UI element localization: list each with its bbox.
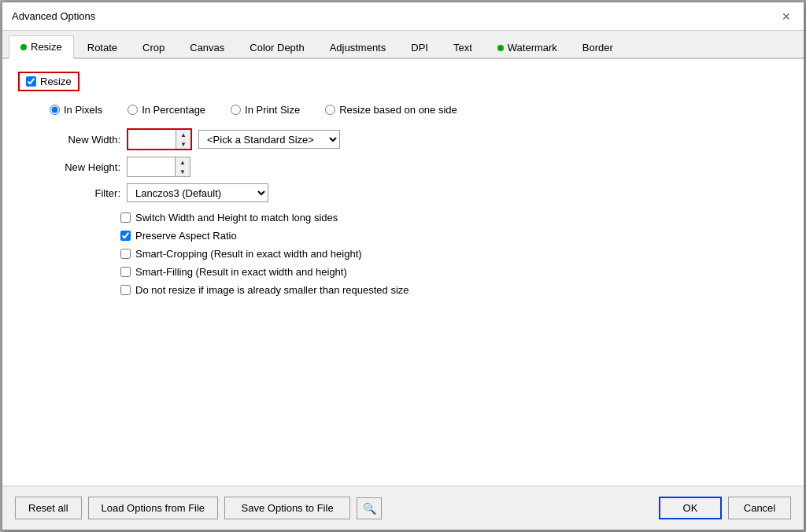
filter-row: Filter: Lanczos3 (Default)Nearest Neighb… — [50, 183, 788, 202]
checkbox-label-smart-filling: Smart-Filling (Result in exact width and… — [135, 266, 347, 278]
checkbox-row-no-resize-smaller: Do not resize if image is already smalle… — [120, 284, 788, 296]
tab-resize-dot — [20, 44, 27, 50]
checkbox-label-no-resize-smaller: Do not resize if image is already smalle… — [135, 284, 409, 296]
close-button[interactable]: ✕ — [778, 9, 794, 24]
tab-canvas[interactable]: Canvas — [178, 36, 236, 58]
radio-label-in-percentage: In Percentage — [142, 104, 205, 116]
tab-color-depth-label: Color Depth — [250, 42, 304, 54]
checkbox-label-switch-wh: Switch Width and Height to match long si… — [135, 212, 338, 224]
options-checkboxes: Switch Width and Height to match long si… — [120, 212, 788, 296]
dialog-title: Advanced Options — [12, 10, 95, 22]
radio-in-percentage: In Percentage — [128, 104, 205, 116]
tab-text[interactable]: Text — [442, 36, 484, 58]
width-spin-up[interactable]: ▲ — [176, 130, 190, 139]
tab-adjustments[interactable]: Adjustments — [318, 36, 398, 58]
tab-crop[interactable]: Crop — [131, 36, 176, 58]
checkbox-no-resize-smaller[interactable] — [120, 285, 131, 295]
tab-rotate-label: Rotate — [87, 42, 117, 54]
height-row: New Height: 600 ▲ ▼ — [50, 157, 788, 177]
radio-resize-one-side: Resize based on one side — [325, 104, 457, 116]
radio-label-resize-one-side: Resize based on one side — [339, 104, 457, 116]
tab-resize[interactable]: Resize — [9, 35, 74, 59]
save-options-button[interactable]: Save Options to File — [224, 497, 350, 519]
tab-crop-label: Crop — [142, 42, 165, 54]
tab-adjustments-label: Adjustments — [330, 42, 386, 54]
radio-label-in-pixels: In Pixels — [64, 104, 102, 116]
standard-size-dropdown[interactable]: <Pick a Standard Size>800x6001024x768128… — [198, 130, 340, 149]
resize-enable-label: Resize — [40, 76, 72, 87]
height-input-container: 600 ▲ ▼ — [127, 157, 190, 177]
tab-resize-label: Resize — [31, 41, 62, 53]
width-spin-buttons: ▲ ▼ — [176, 130, 190, 149]
tab-watermark-label: Watermark — [508, 42, 557, 54]
resize-enable-row: Resize — [18, 72, 788, 91]
radio-input-in-percentage[interactable] — [128, 105, 138, 115]
radio-input-in-pixels[interactable] — [50, 105, 60, 115]
filter-dropdown[interactable]: Lanczos3 (Default)Nearest NeighborBiline… — [127, 183, 268, 202]
height-spin-down[interactable]: ▼ — [176, 167, 190, 176]
dimension-fields: New Width: 1024 ▲ ▼ <Pick a Standard Siz… — [50, 128, 788, 177]
tab-rotate[interactable]: Rotate — [76, 36, 129, 58]
height-input[interactable]: 600 — [128, 159, 175, 175]
tab-bar: ResizeRotateCropCanvasColor DepthAdjustm… — [2, 31, 804, 59]
tab-dpi[interactable]: DPI — [399, 36, 440, 58]
tab-border[interactable]: Border — [571, 36, 625, 58]
dialog-footer: Reset all Load Options from File Save Op… — [2, 486, 804, 530]
tab-text-label: Text — [453, 42, 472, 54]
radio-in-print-size: In Print Size — [231, 104, 300, 116]
radio-label-in-print-size: In Print Size — [245, 104, 300, 116]
tab-content-resize: Resize In PixelsIn PercentageIn Print Si… — [2, 59, 804, 486]
filter-label: Filter: — [50, 187, 120, 199]
width-spin-down[interactable]: ▼ — [176, 139, 190, 149]
advanced-options-dialog: Advanced Options ✕ ResizeRotateCropCanva… — [2, 2, 804, 530]
load-options-button[interactable]: Load Options from File — [88, 497, 219, 519]
width-input[interactable]: 1024 — [128, 131, 176, 148]
tab-color-depth[interactable]: Color Depth — [238, 36, 316, 58]
height-spin-up[interactable]: ▲ — [176, 157, 190, 167]
checkbox-smart-filling[interactable] — [120, 267, 131, 277]
search-icon-button[interactable]: 🔍 — [357, 497, 382, 519]
search-icon: 🔍 — [363, 502, 376, 515]
title-bar: Advanced Options ✕ — [2, 2, 804, 31]
radio-options-row: In PixelsIn PercentageIn Print SizeResiz… — [50, 104, 788, 116]
checkbox-preserve-aspect[interactable] — [120, 231, 131, 241]
resize-enable-checkbox[interactable] — [26, 76, 36, 87]
radio-input-resize-one-side[interactable] — [325, 105, 335, 115]
checkbox-row-smart-cropping: Smart-Cropping (Result in exact width an… — [120, 248, 788, 260]
ok-button[interactable]: OK — [659, 497, 722, 519]
tab-border-label: Border — [582, 42, 613, 54]
checkbox-row-smart-filling: Smart-Filling (Result in exact width and… — [120, 266, 788, 278]
tab-watermark-dot — [497, 45, 504, 51]
checkbox-smart-cropping[interactable] — [120, 249, 131, 259]
tab-watermark[interactable]: Watermark — [486, 36, 569, 58]
reset-all-button[interactable]: Reset all — [15, 497, 82, 519]
width-label: New Width: — [50, 134, 120, 146]
cancel-button[interactable]: Cancel — [728, 497, 791, 519]
height-label: New Height: — [50, 161, 120, 173]
width-row: New Width: 1024 ▲ ▼ <Pick a Standard Siz… — [50, 128, 788, 150]
tab-dpi-label: DPI — [411, 42, 428, 54]
tab-canvas-label: Canvas — [190, 42, 224, 54]
width-input-container: 1024 ▲ ▼ — [127, 128, 192, 150]
checkbox-switch-wh[interactable] — [120, 212, 131, 223]
height-spin-buttons: ▲ ▼ — [175, 157, 190, 176]
checkbox-row-switch-wh: Switch Width and Height to match long si… — [120, 212, 788, 224]
checkbox-row-preserve-aspect: Preserve Aspect Ratio — [120, 230, 788, 242]
checkbox-label-smart-cropping: Smart-Cropping (Result in exact width an… — [135, 248, 362, 260]
radio-input-in-print-size[interactable] — [231, 105, 241, 115]
radio-in-pixels: In Pixels — [50, 104, 102, 116]
checkbox-label-preserve-aspect: Preserve Aspect Ratio — [135, 230, 237, 242]
resize-checkbox-box: Resize — [18, 72, 79, 91]
